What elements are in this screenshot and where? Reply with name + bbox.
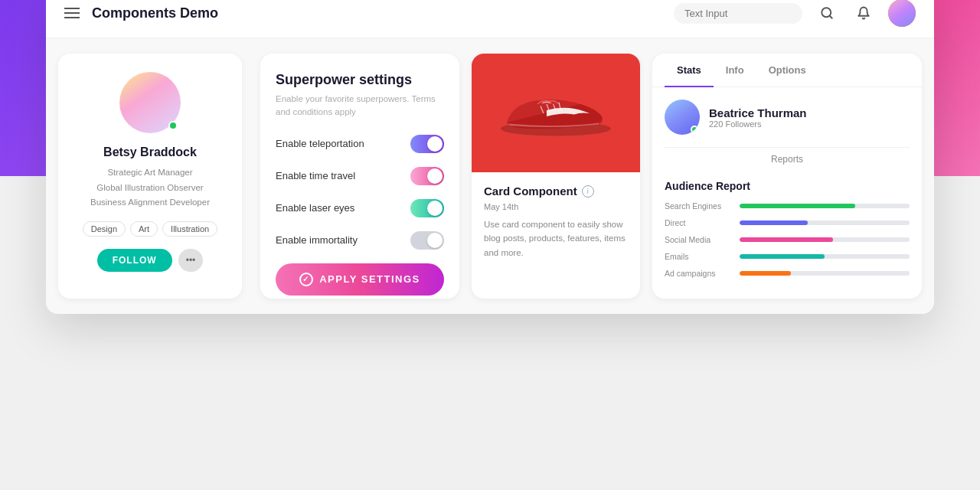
bar-label-ad: Ad campaigns [665,269,733,278]
stats-avatar [665,100,700,135]
product-description: Use card component to easily show blog p… [484,217,628,260]
navbar-brand: Components Demo [92,5,662,21]
bar-label-search: Search Engines [665,201,733,211]
bell-icon[interactable] [851,1,876,25]
product-body: Card Component i May 14th Use card compo… [472,172,640,299]
profile-avatar-wrap [119,72,181,133]
profile-name: Betsy Braddock [103,145,197,159]
stats-profile-row: Beatrice Thurman 220 Followers [665,100,910,135]
product-title: Card Component [484,185,577,198]
toggle-teleportation[interactable] [410,135,444,153]
bar-track-direct [740,220,910,225]
stats-profile-name: Beatrice Thurman [709,106,807,119]
check-icon: ✓ [299,273,313,286]
stats-online-dot [691,126,698,133]
bar-label-emails: Emails [665,252,733,261]
product-image [472,54,640,172]
bar-track-emails [740,254,910,259]
setting-row-1: Enable teleportation [276,135,444,153]
tab-stats[interactable]: Stats [665,54,714,87]
reports-label: Reports [665,147,910,171]
bar-track-social [740,237,910,242]
apply-settings-button[interactable]: ✓ APPLY SETTINGS [276,263,444,296]
setting-label-3: Enable laser eyes [276,202,354,214]
tag-art: Art [130,221,158,237]
stats-card: Stats Info Options Beatrice Thurman 220 … [652,54,922,299]
bar-row-social: Social Media [665,235,910,244]
bar-track-ad [740,271,910,276]
bar-row-ad: Ad campaigns [665,269,910,278]
bar-fill-social [740,237,833,242]
online-status-dot [168,121,178,130]
toggle-laser-eyes[interactable] [410,199,444,217]
setting-row-2: Enable time travel [276,167,444,185]
toggle-time-travel[interactable] [410,167,444,185]
more-button[interactable]: ••• [178,249,204,272]
product-card: Card Component i May 14th Use card compo… [472,54,640,299]
bar-fill-search [740,204,855,208]
stats-profile-info: Beatrice Thurman 220 Followers [709,106,807,129]
stats-body: Beatrice Thurman 220 Followers Reports A… [652,87,922,299]
bar-row-direct: Direct [665,218,910,227]
bar-row-emails: Emails [665,252,910,261]
setting-row-4: Enable immortality [276,231,444,250]
info-icon[interactable]: i [582,185,594,198]
content-area: Betsy Braddock Strategic Art Manager Glo… [46,38,934,314]
product-title-row: Card Component i [484,185,628,198]
bar-label-social: Social Media [665,235,733,244]
stats-tabs: Stats Info Options [652,54,922,87]
hamburger-icon[interactable] [64,8,80,18]
setting-row-3: Enable laser eyes [276,199,444,217]
demo-window: Components Demo [46,0,934,314]
setting-label-1: Enable teleportation [276,138,364,149]
user-avatar[interactable] [888,0,916,27]
tag-design: Design [83,221,126,237]
bar-row-search: Search Engines [665,201,910,211]
tab-info[interactable]: Info [714,54,756,87]
role-1: Strategic Art Manager [107,168,192,177]
profile-roles: Strategic Art Manager Global Illustratio… [90,165,210,211]
apply-label: APPLY SETTINGS [319,273,420,285]
setting-label-4: Enable immortality [276,234,358,246]
shoe-illustration [495,83,617,144]
settings-card: Superpower settings Enable your favorite… [260,54,459,299]
toggle-immortality[interactable] [410,231,444,250]
bar-track-search [740,204,910,208]
product-date: May 14th [484,202,628,211]
role-2: Global Illustration Observer [96,183,203,192]
search-box [674,3,802,24]
audience-title: Audience Report [665,180,910,192]
tag-illustration: Illustration [162,221,217,237]
settings-subtitle: Enable your favorite superpowers. Terms … [276,93,444,119]
search-icon[interactable] [815,1,839,25]
bar-fill-emails [740,254,825,259]
role-3: Business Alignment Developer [90,198,210,207]
bar-label-direct: Direct [665,218,733,227]
stats-followers: 220 Followers [709,119,807,129]
search-input[interactable] [684,8,792,19]
settings-title: Superpower settings [276,72,444,88]
bar-fill-ad [740,271,791,276]
profile-tags: Design Art Illustration [83,221,217,237]
bar-fill-direct [740,220,808,225]
svg-line-1 [829,15,831,18]
follow-actions: FOLLOW ••• [97,249,204,272]
navbar: Components Demo [46,0,934,38]
tab-options[interactable]: Options [756,54,818,87]
hero-banner: daisyUI component classes for tailwindcs… [0,0,980,176]
setting-label-2: Enable time travel [276,170,355,181]
follow-button[interactable]: FOLLOW [97,249,172,272]
profile-card: Betsy Braddock Strategic Art Manager Glo… [58,54,242,299]
